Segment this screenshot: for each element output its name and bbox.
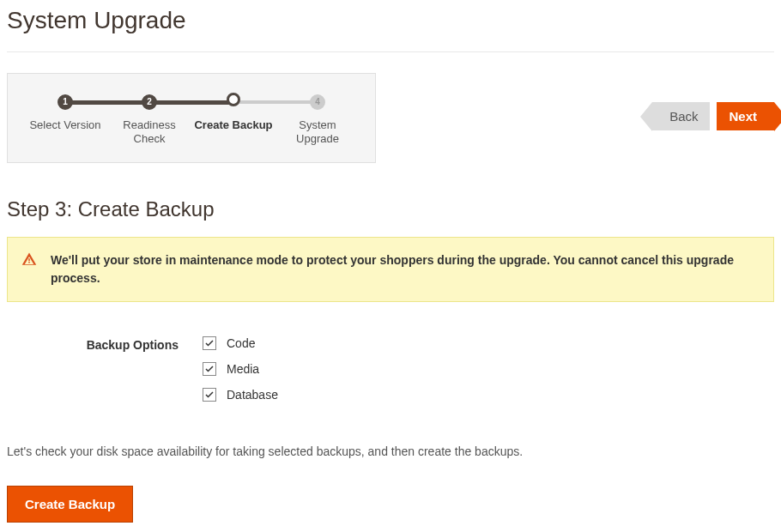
- warning-banner: We'll put your store in maintenance mode…: [7, 237, 774, 302]
- next-button[interactable]: Next: [717, 102, 774, 130]
- checkbox-media-label: Media: [227, 362, 259, 376]
- step-3-label: Create Backup: [191, 118, 275, 133]
- create-backup-button[interactable]: Create Backup: [7, 486, 133, 523]
- checkbox-database-label: Database: [227, 388, 278, 402]
- divider: [7, 51, 774, 52]
- step-heading: Step 3: Create Backup: [7, 197, 774, 221]
- checkbox-media-box[interactable]: [203, 362, 216, 376]
- step-1-dot: 1: [58, 94, 73, 110]
- checkbox-database-box[interactable]: [203, 388, 216, 402]
- step-3-dot: [227, 93, 240, 106]
- step-1-label: Select Version: [23, 118, 107, 133]
- step-4-label: SystemUpgrade: [275, 118, 360, 148]
- checkbox-database[interactable]: Database: [203, 388, 278, 402]
- page-title: System Upgrade: [7, 0, 774, 51]
- back-button[interactable]: Back: [652, 102, 710, 130]
- info-text: Let's check your disk space availability…: [7, 444, 774, 458]
- checkbox-code-box[interactable]: [203, 336, 216, 350]
- backup-options-label: Backup Options: [7, 336, 179, 402]
- step-4-dot: 4: [310, 94, 325, 110]
- step-2-label: ReadinessCheck: [107, 118, 191, 148]
- checkbox-code-label: Code: [227, 336, 255, 350]
- warning-text: We'll put your store in maintenance mode…: [51, 253, 734, 285]
- progress-stepper: 1 Select Version 2 ReadinessCheck Create…: [7, 73, 376, 163]
- checkbox-code[interactable]: Code: [203, 336, 278, 350]
- checkbox-media[interactable]: Media: [203, 362, 278, 376]
- warning-icon: [21, 251, 37, 272]
- step-2-dot: 2: [142, 94, 157, 110]
